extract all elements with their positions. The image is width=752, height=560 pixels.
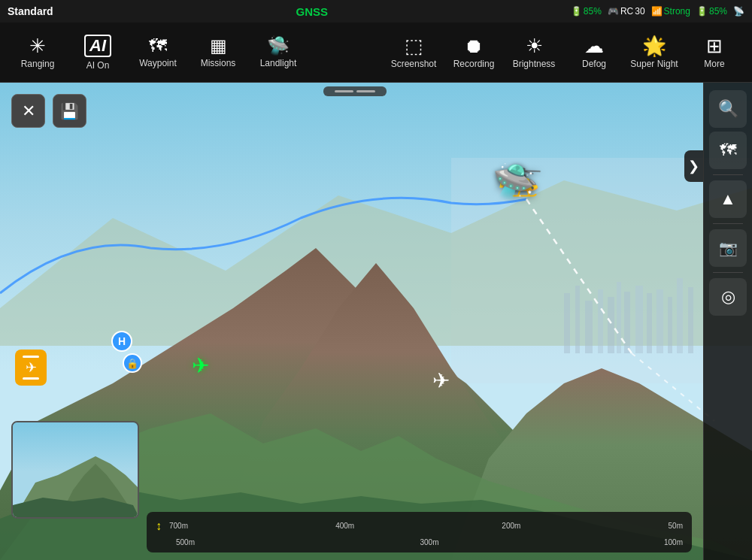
screenshot-icon: ⬚ [405, 36, 423, 56]
recording-label: Recording [453, 59, 495, 69]
battery1-value: 85% [584, 6, 602, 17]
ai-icon: AI [84, 35, 111, 57]
close-button[interactable]: ✕ [11, 94, 45, 128]
search-sidebar-button[interactable]: 🔍 [709, 90, 747, 128]
battery1-icon: 🔋 [571, 6, 582, 17]
target-icon: ◎ [721, 287, 735, 307]
scale-bars-row [156, 534, 683, 537]
screenshot-button[interactable]: ⬚ Screenshot [384, 24, 444, 80]
search-sidebar-icon: 🔍 [718, 99, 738, 119]
missions-icon: ▦ [210, 37, 227, 55]
scale-bottom-labels-row: 500m 300m 100m [156, 538, 683, 546]
svg-rect-20 [688, 287, 693, 353]
scale-bottom-labels: 500m 300m 100m [176, 538, 683, 546]
lock-marker: 🔒 [123, 353, 142, 373]
svg-rect-18 [668, 297, 672, 353]
battery2-value: 85% [709, 6, 727, 17]
ranging-label: Ranging [21, 59, 55, 69]
svg-rect-9 [575, 286, 580, 353]
rc-num: 30 [635, 6, 644, 17]
sidebar-divider-1 [713, 174, 743, 175]
scale-label-500: 500m [176, 538, 195, 546]
save-button[interactable]: 💾 [53, 94, 86, 128]
landlight-label: Landlight [260, 58, 297, 68]
ranging-icon: ✳ [29, 36, 46, 56]
svg-rect-11 [598, 289, 603, 353]
waypoint-label: Waypoint [139, 58, 177, 68]
toolbar-right-group: ⬚ Screenshot ⏺ Recording ☀ Brightness ☁ … [384, 24, 744, 80]
defog-button[interactable]: ☁ Defog [564, 24, 624, 80]
chevron-right-icon: ❯ [688, 159, 699, 174]
signal-icon: 📶 [651, 6, 663, 17]
scale-label-700: 700m [169, 522, 188, 530]
drone: 🛸 [493, 162, 535, 201]
mode-label: Standard [8, 5, 53, 17]
landlight-button[interactable]: 🛸 Landlight [248, 24, 308, 80]
scale-spacer2 [156, 538, 172, 546]
home-marker: H [111, 331, 132, 352]
signal-value: Strong [664, 6, 690, 17]
rc-label: RC [620, 6, 633, 17]
camera-map-icon: 📷 [719, 239, 738, 257]
more-label: More [704, 59, 724, 69]
wifi-indicator: 📡 [733, 6, 744, 17]
signal-indicator: 📶 Strong [651, 6, 690, 17]
home-icon: H [118, 335, 126, 347]
recording-icon: ⏺ [464, 36, 484, 56]
ai-label: AI On [86, 60, 110, 71]
super-night-icon: 🌟 [642, 36, 666, 56]
collapse-handle[interactable] [323, 86, 387, 96]
top-toolbar: ✳ Ranging AI AI On 🗺 Waypoint ▦ Missions… [0, 23, 752, 83]
waypoint-button[interactable]: 🗺 Waypoint [128, 24, 188, 80]
lock-icon: 🔒 [126, 358, 138, 369]
missions-label: Missions [201, 58, 236, 68]
handle-bar [335, 90, 353, 92]
scale-top-row: ↕ 700m 400m 200m 50m [156, 519, 683, 533]
defog-label: Defog [582, 59, 606, 69]
sidebar-divider-2 [713, 223, 743, 224]
mini-map-svg [13, 422, 139, 519]
missions-button[interactable]: ▦ Missions [188, 24, 248, 80]
takeoff-icon-group: ✈ [23, 356, 39, 380]
brightness-button[interactable]: ☀ Brightness [504, 24, 564, 80]
svg-rect-15 [635, 286, 643, 353]
mini-map[interactable] [11, 421, 139, 519]
flight-plane: ✈ [432, 368, 450, 393]
ranging-button[interactable]: ✳ Ranging [8, 24, 68, 80]
super-night-label: Super Night [630, 59, 678, 69]
scale-label-300: 300m [420, 538, 438, 546]
takeoff-line-top [23, 356, 39, 358]
scale-label-400: 400m [335, 522, 354, 530]
more-button[interactable]: ⊞ More [684, 24, 744, 80]
status-bar: Standard GNSS 🔋 85% 🎮 RC 30 📶 Strong 🔋 8… [0, 0, 752, 23]
recording-button[interactable]: ⏺ Recording [444, 24, 504, 80]
screenshot-label: Screenshot [391, 59, 437, 69]
handle-bar2 [356, 90, 375, 92]
more-icon: ⊞ [706, 36, 723, 56]
save-icon: 💾 [60, 102, 79, 120]
navigation-button[interactable]: ▲ [709, 180, 747, 218]
svg-rect-13 [617, 282, 621, 353]
brightness-label: Brightness [513, 59, 556, 69]
scale-label-50: 50m [669, 522, 683, 530]
expand-panel-button[interactable]: ❯ [684, 150, 703, 182]
scale-top-labels: 700m 400m 200m 50m [169, 522, 683, 530]
waypoint-icon: 🗺 [149, 37, 167, 55]
altitude-scale: ↕ 700m 400m 200m 50m 500m 300m 100m [147, 512, 692, 552]
defog-icon: ☁ [584, 36, 604, 56]
close-icon: ✕ [22, 101, 35, 121]
svg-rect-17 [656, 289, 663, 353]
right-sidebar: 🔍 🗺 ▲ 📷 ◎ [703, 83, 752, 560]
takeoff-plane-icon: ✈ [23, 359, 39, 376]
map-settings-button[interactable]: 🗺 [709, 132, 747, 169]
sidebar-divider-3 [713, 272, 743, 273]
super-night-button[interactable]: 🌟 Super Night [624, 24, 684, 80]
svg-rect-10 [585, 301, 593, 353]
target-button[interactable]: ◎ [709, 278, 747, 316]
svg-rect-12 [608, 297, 614, 353]
svg-rect-19 [677, 278, 683, 353]
gnss-status: GNSS [296, 5, 329, 18]
landlight-icon: 🛸 [267, 37, 290, 55]
ai-on-button[interactable]: AI AI On [68, 24, 128, 80]
camera-map-button[interactable]: 📷 [709, 229, 747, 267]
